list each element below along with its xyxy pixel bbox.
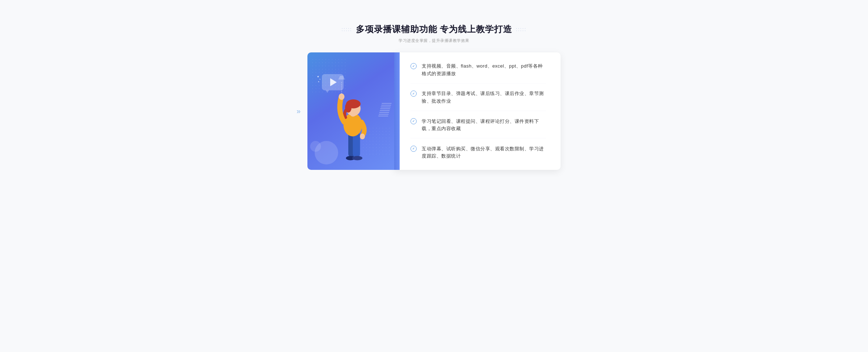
page-title: 多项录播课辅助功能 专为线上教学打造 (356, 23, 512, 35)
chevron-left-icon: » (297, 107, 301, 115)
header-section: ::::: 多项录播课辅助功能 专为线上教学打造 ::::: 学习进度全掌握，提… (341, 23, 527, 43)
stripe-line (382, 103, 392, 104)
feature-text-2: 支持章节目录、弹题考试、课后练习、课后作业、章节测验、批改作业 (422, 90, 546, 105)
deco-right: ::::: (516, 26, 526, 32)
svg-point-3 (352, 156, 362, 160)
feature-item-4: ✓ 互动弹幕、试听购买、微信分享、观看次数限制、学习进度跟踪、数据统计 (410, 139, 546, 160)
feature-text-1: 支持视频、音频、flash、word、excel、ppt、pdf等各种格式的资源… (422, 63, 546, 78)
feature-item-3: ✓ 学习笔记回看、课程提问、课程评论打分、课件资料下载，重点内容收藏 (410, 112, 546, 138)
sparkle-deco (318, 76, 321, 82)
blue-sidebar-strip (394, 52, 400, 170)
svg-point-9 (339, 94, 345, 100)
feature-text-3: 学习笔记回看、课程提问、课程评论打分、课件资料下载，重点内容收藏 (422, 117, 546, 133)
check-icon-4: ✓ (410, 146, 417, 152)
check-icon-3: ✓ (410, 118, 417, 124)
title-row: ::::: 多项录播课辅助功能 专为线上教学打造 ::::: (341, 23, 527, 35)
feature-text-4: 互动弹幕、试听购买、微信分享、观看次数限制、学习进度跟踪、数据统计 (422, 145, 546, 160)
check-icon-2: ✓ (410, 91, 417, 97)
svg-marker-12 (339, 76, 345, 80)
page-container: ::::: 多项录播课辅助功能 专为线上教学打造 ::::: 学习进度全掌握，提… (217, 14, 651, 190)
illustration-panel (307, 52, 394, 170)
feature-item-2: ✓ 支持章节目录、弹题考试、课后练习、课后作业、章节测验、批改作业 (410, 84, 546, 111)
feature-item-1: ✓ 支持视频、音频、flash、word、excel、ppt、pdf等各种格式的… (410, 63, 546, 83)
content-panel: ✓ 支持视频、音频、flash、word、excel、ppt、pdf等各种格式的… (394, 52, 561, 170)
deco-left: ::::: (341, 26, 352, 32)
person-illustration (325, 76, 383, 170)
page-subtitle: 学习进度全掌握，提升录播课教学效果 (399, 38, 469, 43)
svg-point-10 (360, 134, 365, 139)
content-area: » (307, 52, 561, 170)
deco-circle-small (310, 141, 321, 152)
check-icon-1: ✓ (410, 63, 417, 69)
